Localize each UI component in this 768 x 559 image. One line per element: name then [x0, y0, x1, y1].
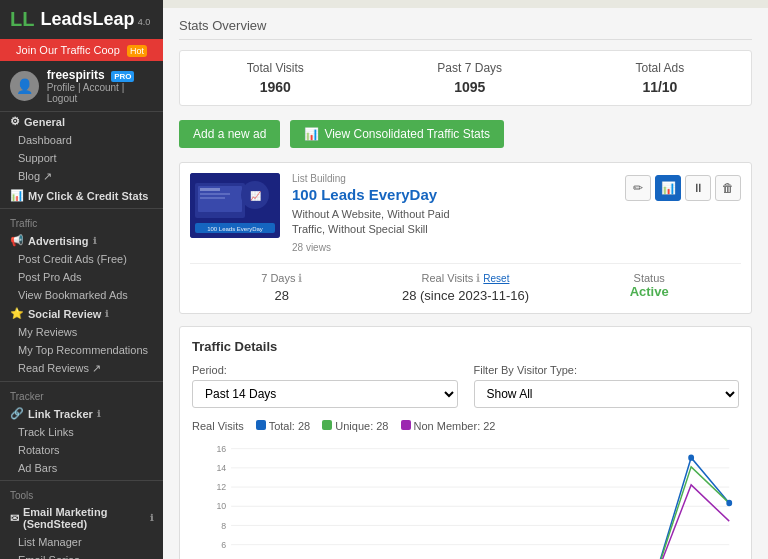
advertising-icon: 📢: [10, 234, 24, 247]
social-review-icon: ⭐: [10, 307, 24, 320]
sidebar-item-track-links[interactable]: Track Links: [0, 423, 163, 441]
ad-views: 28 views: [292, 242, 613, 253]
visitor-type-filter-group: Filter By Visitor Type: Show All Members…: [474, 364, 740, 408]
ad-stat-real-visits: Real Visits ℹ Reset 28 (since 2023-11-16…: [374, 272, 558, 303]
stat-total-visits: Total Visits 1960: [247, 61, 304, 95]
sidebar-item-bookmarked-ads[interactable]: View Bookmarked Ads: [0, 286, 163, 304]
logo-icon: LL: [10, 8, 34, 31]
sidebar-item-email-marketing[interactable]: ✉ Email Marketing (SendSteed) ℹ: [0, 503, 163, 533]
link-tracker-info-icon: ℹ: [97, 409, 100, 419]
traffic-section-label: Traffic: [0, 212, 163, 231]
user-info: freespirits PRO Profile | Account | Logo…: [47, 68, 153, 104]
sidebar-item-list-manager[interactable]: List Manager: [0, 533, 163, 551]
svg-point-30: [726, 500, 732, 506]
ad-7days-value: 28: [190, 288, 374, 303]
info-icon-7days: ℹ: [298, 272, 302, 285]
email-icon: ✉: [10, 512, 19, 525]
svg-text:10: 10: [216, 501, 226, 511]
ad-info: List Building 100 Leads EveryDay Without…: [292, 173, 613, 253]
stats-overview-title: Stats Overview: [179, 18, 752, 40]
sidebar-item-email-series[interactable]: Email Series: [0, 551, 163, 559]
visitor-type-label: Filter By Visitor Type:: [474, 364, 740, 376]
ad-real-visits-value: 28 (since 2023-11-16): [374, 288, 558, 303]
sidebar-item-read-reviews[interactable]: Read Reviews ↗: [0, 359, 163, 378]
svg-text:8: 8: [221, 520, 226, 530]
svg-text:16: 16: [216, 443, 226, 453]
general-icon: ⚙: [10, 115, 20, 128]
add-ad-button[interactable]: Add a new ad: [179, 120, 280, 148]
stat-past-7-days: Past 7 Days 1095: [437, 61, 502, 95]
avatar: 👤: [10, 71, 39, 101]
stats-button[interactable]: 📊: [655, 175, 681, 201]
traffic-coop-button[interactable]: Join Our Traffic Coop Hot: [0, 39, 163, 61]
sidebar-item-advertising[interactable]: 📢 Advertising ℹ: [0, 231, 163, 250]
sidebar: LL LeadsLeap 4.0 Join Our Traffic Coop H…: [0, 0, 163, 559]
svg-rect-5: [200, 197, 225, 199]
email-marketing-info-icon: ℹ: [150, 513, 153, 523]
sidebar-item-general[interactable]: ⚙ General: [0, 112, 163, 131]
legend-label-real: Real Visits: [192, 420, 244, 432]
svg-text:14: 14: [216, 463, 226, 473]
profile-link[interactable]: Profile: [47, 82, 75, 93]
filter-row: Period: Past 14 Days Past 7 Days Past 30…: [192, 364, 739, 408]
ad-card-inner: 📈 100 Leads EveryDay List Building 100 L…: [190, 173, 741, 253]
logo: LL LeadsLeap 4.0: [0, 0, 163, 39]
sidebar-item-link-tracker[interactable]: 🔗 Link Tracker ℹ: [0, 404, 163, 423]
user-section: 👤 freespirits PRO Profile | Account | Lo…: [0, 61, 163, 112]
legend-dot-total: [256, 420, 266, 430]
traffic-details-section: Traffic Details Period: Past 14 Days Pas…: [179, 326, 752, 559]
sidebar-item-post-pro-ads[interactable]: Post Pro Ads: [0, 268, 163, 286]
svg-text:100 Leads EveryDay: 100 Leads EveryDay: [207, 226, 263, 232]
chart-icon: 📊: [304, 127, 319, 141]
sidebar-item-ad-bars[interactable]: Ad Bars: [0, 459, 163, 477]
legend-dot-unique: [322, 420, 332, 430]
view-traffic-button[interactable]: 📊 View Consolidated Traffic Stats: [290, 120, 504, 148]
chart-svg: 16 14 12 10 8 6 4 2 0: [192, 438, 739, 559]
ad-stats-row: 7 Days ℹ 28 Real Visits ℹ Reset 28 (sinc…: [190, 263, 741, 303]
svg-text:12: 12: [216, 482, 226, 492]
info-icon-real-visits: ℹ: [476, 272, 480, 285]
period-select[interactable]: Past 14 Days Past 7 Days Past 30 Days: [192, 380, 458, 408]
ad-category: List Building: [292, 173, 613, 184]
sidebar-item-blog[interactable]: Blog ↗: [0, 167, 163, 186]
sidebar-item-rotators[interactable]: Rotators: [0, 441, 163, 459]
pause-button[interactable]: ⏸: [685, 175, 711, 201]
legend-dot-nonmember: [401, 420, 411, 430]
content-area: Stats Overview Total Visits 1960 Past 7 …: [163, 8, 768, 559]
stat-total-ads: Total Ads 11/10: [636, 61, 685, 95]
sidebar-item-my-reviews[interactable]: My Reviews: [0, 323, 163, 341]
ad-description: Without A Website, Without PaidTraffic, …: [292, 207, 613, 238]
sidebar-item-social-review[interactable]: ⭐ Social Review ℹ: [0, 304, 163, 323]
delete-button[interactable]: 🗑: [715, 175, 741, 201]
sidebar-item-dashboard[interactable]: Dashboard: [0, 131, 163, 149]
sidebar-item-support[interactable]: Support: [0, 149, 163, 167]
click-stats-icon: 📊: [10, 189, 24, 202]
logo-version: 4.0: [138, 17, 151, 27]
svg-rect-4: [200, 193, 230, 195]
pro-badge: PRO: [111, 71, 134, 82]
tools-section-label: Tools: [0, 484, 163, 503]
svg-point-29: [688, 454, 694, 460]
period-label: Period:: [192, 364, 458, 376]
ad-actions: ✏ 📊 ⏸ 🗑: [625, 175, 741, 201]
chart-legend: Real Visits Total: 28 Unique: 28 Non Mem…: [192, 420, 739, 432]
visitor-type-select[interactable]: Show All Members Only Non Members Only: [474, 380, 740, 408]
social-review-info-icon: ℹ: [105, 309, 108, 319]
sidebar-item-top-recommendations[interactable]: My Top Recommendations: [0, 341, 163, 359]
account-link[interactable]: Account: [83, 82, 119, 93]
ad-title[interactable]: 100 Leads EveryDay: [292, 186, 613, 203]
action-buttons: Add a new ad 📊 View Consolidated Traffic…: [179, 120, 752, 148]
logout-link[interactable]: Logout: [47, 93, 78, 104]
ad-thumbnail: 📈 100 Leads EveryDay: [190, 173, 280, 238]
edit-button[interactable]: ✏: [625, 175, 651, 201]
svg-text:6: 6: [221, 539, 226, 549]
ad-stat-7days: 7 Days ℹ 28: [190, 272, 374, 303]
top-bar: [163, 0, 768, 8]
legend-item-total: Total: 28: [256, 420, 310, 432]
sidebar-item-post-credit-ads[interactable]: Post Credit Ads (Free): [0, 250, 163, 268]
reset-link[interactable]: Reset: [483, 273, 509, 284]
sidebar-item-click-stats[interactable]: 📊 My Click & Credit Stats: [0, 186, 163, 205]
logo-name: LeadsLeap: [40, 9, 134, 29]
user-links: Profile | Account | Logout: [47, 82, 153, 104]
period-filter-group: Period: Past 14 Days Past 7 Days Past 30…: [192, 364, 458, 408]
